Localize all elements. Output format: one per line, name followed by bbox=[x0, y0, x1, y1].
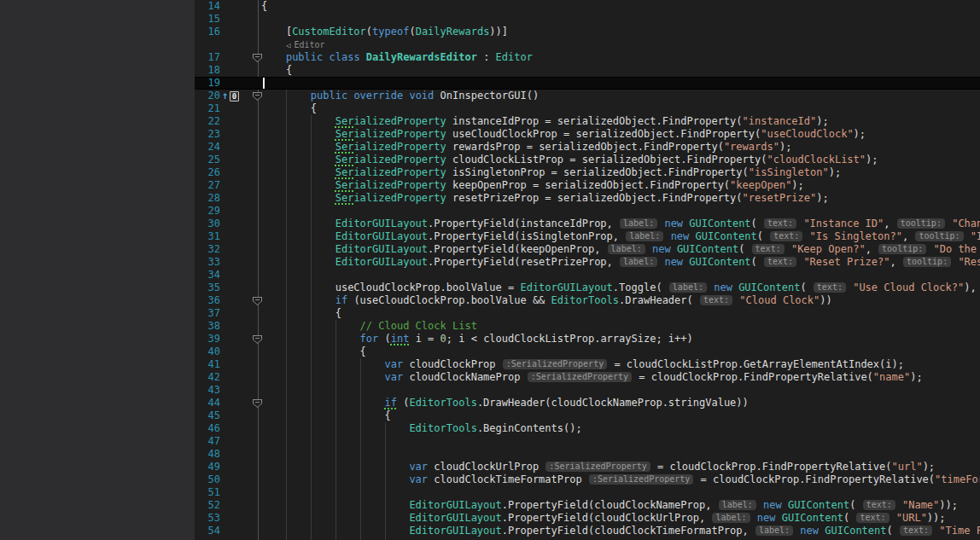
line-number[interactable]: 33 bbox=[196, 256, 220, 269]
code-line[interactable]: 33 EditorGUILayout.PropertyField(resetPr… bbox=[195, 256, 980, 269]
gutter-badge-arrow-icon[interactable]: ↑ bbox=[222, 90, 228, 102]
code-line[interactable]: 43 bbox=[195, 384, 980, 397]
code-line[interactable]: 52 EditorGUILayout.PropertyField(cloudCl… bbox=[195, 499, 980, 512]
code-line[interactable]: 18 { bbox=[195, 64, 980, 77]
code-line[interactable]: 16 [CustomEditor(typeof(DailyRewards))] bbox=[195, 26, 980, 38]
code-text: { bbox=[261, 409, 391, 422]
line-number[interactable]: 14 bbox=[196, 0, 220, 13]
code-line[interactable]: 22 SerializedProperty instanceIdProp = s… bbox=[195, 115, 980, 128]
code-line[interactable]: 47 bbox=[195, 435, 980, 448]
code-line[interactable]: 21 { bbox=[195, 102, 980, 115]
code-line[interactable]: 30 EditorGUILayout.PropertyField(instanc… bbox=[195, 218, 980, 230]
code-line[interactable]: 19 bbox=[195, 77, 980, 90]
line-number[interactable]: 42 bbox=[196, 371, 220, 384]
line-number[interactable]: 38 bbox=[196, 320, 220, 333]
line-number[interactable]: 49 bbox=[196, 461, 220, 473]
code-line[interactable]: 46 EditorTools.BeginContents(); bbox=[195, 422, 980, 435]
line-number[interactable]: 40 bbox=[196, 345, 220, 358]
code-line[interactable]: 37 { bbox=[195, 307, 980, 320]
code-line[interactable]: 39 for (int i = 0; i < cloudClockListPro… bbox=[195, 333, 980, 345]
line-number[interactable]: 50 bbox=[196, 473, 220, 486]
line-number[interactable]: 30 bbox=[196, 218, 220, 230]
line-number[interactable]: 54 bbox=[196, 525, 220, 537]
line-number[interactable]: 21 bbox=[196, 102, 220, 115]
line-number[interactable]: 29 bbox=[196, 205, 220, 218]
line-number[interactable]: 39 bbox=[196, 333, 220, 345]
line-number[interactable]: 34 bbox=[196, 269, 220, 282]
line-number[interactable]: 36 bbox=[196, 294, 220, 307]
code-line[interactable]: 49 var cloudClockUrlProp :SerializedProp… bbox=[195, 461, 980, 473]
code-line[interactable]: 40 { bbox=[195, 345, 980, 358]
line-number[interactable]: 17 bbox=[196, 51, 220, 64]
inline-hint: label: bbox=[608, 244, 645, 254]
code-line[interactable]: 44 if (EditorTools.DrawHeader(cloudClock… bbox=[195, 397, 980, 409]
line-number[interactable]: 27 bbox=[196, 179, 220, 192]
line-number[interactable]: 28 bbox=[196, 192, 220, 205]
code-line[interactable]: 27 SerializedProperty keepOpenProp = ser… bbox=[195, 179, 980, 192]
code-lens-row[interactable]: ◁Editor bbox=[195, 38, 980, 51]
code-line[interactable]: 31 EditorGUILayout.PropertyField(isSingl… bbox=[195, 230, 980, 243]
line-number[interactable]: 26 bbox=[196, 166, 220, 179]
line-number[interactable]: 44 bbox=[196, 397, 220, 409]
inline-hint: :SerializedProperty bbox=[528, 372, 632, 382]
line-number[interactable]: 41 bbox=[196, 358, 220, 371]
code-editor-window: 14{1516 [CustomEditor(typeof(DailyReward… bbox=[0, 0, 980, 540]
line-number[interactable]: 37 bbox=[196, 307, 220, 320]
code-line[interactable]: 41 var cloudClockProp :SerializedPropert… bbox=[195, 358, 980, 371]
code-line[interactable]: 53 EditorGUILayout.PropertyField(cloudCl… bbox=[195, 512, 980, 525]
line-number[interactable]: 24 bbox=[196, 141, 220, 154]
code-text: // Cloud Clock List bbox=[261, 320, 477, 333]
line-number[interactable]: 18 bbox=[196, 64, 220, 77]
code-line[interactable]: 15 bbox=[195, 13, 980, 26]
code-text: public class DailyRewardsEditor : Editor bbox=[261, 51, 533, 64]
code-line[interactable]: 54 EditorGUILayout.PropertyField(cloudCl… bbox=[195, 525, 980, 537]
line-number[interactable]: 16 bbox=[196, 26, 220, 38]
line-number[interactable]: 46 bbox=[196, 422, 220, 435]
code-lens-indicator[interactable]: ◁Editor bbox=[286, 38, 325, 52]
code-line[interactable]: 26 SerializedProperty isSingletonProp = … bbox=[195, 166, 980, 179]
code-text: EditorGUILayout.PropertyField(keepOpenPr… bbox=[261, 243, 980, 256]
line-number[interactable]: 35 bbox=[196, 282, 220, 294]
line-number[interactable]: 31 bbox=[196, 230, 220, 243]
code-line[interactable]: 17 public class DailyRewardsEditor : Edi… bbox=[195, 51, 980, 64]
code-line[interactable]: 14{ bbox=[195, 0, 980, 13]
line-number[interactable]: 22 bbox=[196, 115, 220, 128]
code-line[interactable]: 20↑0 public override void OnInspectorGUI… bbox=[195, 90, 980, 102]
code-line[interactable]: 42 var cloudClockNameProp :SerializedPro… bbox=[195, 371, 980, 384]
line-number[interactable]: 53 bbox=[196, 512, 220, 525]
code-line[interactable]: 34 bbox=[195, 269, 980, 282]
code-line[interactable]: 29 bbox=[195, 205, 980, 218]
line-number[interactable]: 25 bbox=[196, 154, 220, 166]
line-number[interactable]: 32 bbox=[196, 243, 220, 256]
line-number[interactable]: 48 bbox=[196, 448, 220, 461]
code-line[interactable]: 51 bbox=[195, 486, 980, 499]
code-line[interactable]: 24 SerializedProperty rewardsProp = seri… bbox=[195, 141, 980, 154]
code-line[interactable]: 25 SerializedProperty cloudClockListProp… bbox=[195, 154, 980, 166]
code-text: SerializedProperty useCloudClockProp = s… bbox=[261, 128, 866, 141]
caret bbox=[263, 78, 265, 89]
line-number[interactable]: 45 bbox=[196, 409, 220, 422]
code-line[interactable]: 48 bbox=[195, 448, 980, 461]
code-line[interactable]: 23 SerializedProperty useCloudClockProp … bbox=[195, 128, 980, 141]
code-line[interactable]: 35 useCloudClockProp.boolValue = EditorG… bbox=[195, 282, 980, 294]
code-line[interactable]: 38 // Cloud Clock List bbox=[195, 320, 980, 333]
code-line[interactable]: 45 { bbox=[195, 409, 980, 422]
line-number[interactable]: 51 bbox=[196, 486, 220, 499]
gutter-badge-count[interactable]: 0 bbox=[230, 91, 239, 102]
line-number[interactable]: 47 bbox=[196, 435, 220, 448]
code-line[interactable]: 28 SerializedProperty resetPrizeProp = s… bbox=[195, 192, 980, 205]
code-text: EditorGUILayout.PropertyField(isSingleto… bbox=[261, 230, 980, 243]
code-text: var cloudClockTimeFormatProp :Serialized… bbox=[261, 473, 980, 486]
inline-hint: tooltip: bbox=[915, 231, 963, 241]
code-line[interactable]: 36 if (useCloudClockProp.boolValue && Ed… bbox=[195, 294, 980, 307]
line-number[interactable]: 52 bbox=[196, 499, 220, 512]
line-number[interactable]: 43 bbox=[196, 384, 220, 397]
code-editor[interactable]: 14{1516 [CustomEditor(typeof(DailyReward… bbox=[195, 0, 980, 540]
line-number[interactable]: 20 bbox=[196, 90, 220, 102]
line-number[interactable]: 15 bbox=[196, 13, 220, 26]
code-line[interactable]: 32 EditorGUILayout.PropertyField(keepOpe… bbox=[195, 243, 980, 256]
line-number[interactable]: 19 bbox=[196, 77, 220, 90]
code-text: SerializedProperty cloudClockListProp = … bbox=[261, 154, 878, 166]
line-number[interactable]: 23 bbox=[196, 128, 220, 141]
code-line[interactable]: 50 var cloudClockTimeFormatProp :Seriali… bbox=[195, 473, 980, 486]
